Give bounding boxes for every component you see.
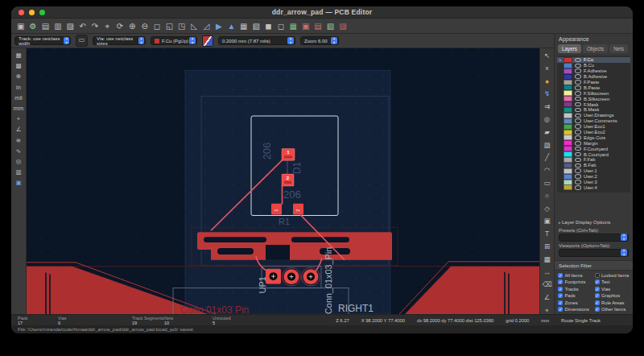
visibility-eye-icon[interactable] bbox=[575, 74, 581, 79]
visibility-eye-icon[interactable] bbox=[575, 180, 581, 184]
zoom-window-button[interactable] bbox=[39, 10, 45, 15]
footprint-editor-icon[interactable]: ▣ bbox=[299, 20, 312, 32]
filter-text[interactable]: Text bbox=[595, 279, 630, 284]
filter-footprints[interactable]: Footprints bbox=[558, 279, 593, 284]
connector-copper-zone[interactable] bbox=[197, 232, 392, 260]
via-size-dropdown[interactable]: Via: use netclass sizes ▴▾ bbox=[93, 36, 146, 45]
visibility-eye-icon[interactable] bbox=[575, 158, 581, 163]
visibility-eye-icon[interactable] bbox=[575, 102, 581, 107]
redo-icon[interactable]: ↷ bbox=[89, 20, 101, 32]
layer-color-swatch[interactable] bbox=[564, 68, 572, 74]
save-icon[interactable]: ▣ bbox=[14, 20, 27, 32]
track-width-dropdown[interactable]: Track: use netclass width ▴▾ bbox=[14, 36, 71, 45]
layer-pair-toggle-button[interactable] bbox=[202, 35, 213, 47]
layer-display-options-toggle[interactable]: Layer Display Options bbox=[555, 216, 633, 226]
grid-overrides-icon[interactable]: ▩ bbox=[13, 60, 25, 71]
layer-row-f-paste[interactable]: ▸ F.Paste bbox=[557, 80, 630, 85]
dim-inactive-layers-icon[interactable]: ▥ bbox=[13, 167, 25, 177]
draw-polygon-icon[interactable]: ◇ bbox=[541, 203, 553, 216]
visibility-eye-icon[interactable] bbox=[575, 108, 581, 113]
board-setup-icon[interactable]: ⚙ bbox=[27, 20, 39, 32]
update-pcb-from-schematic-icon[interactable]: ▦ bbox=[287, 20, 299, 32]
add-zone-icon[interactable]: ▰ bbox=[541, 126, 553, 139]
pcb-canvas[interactable]: 206 D1 206 R1 bbox=[27, 48, 539, 314]
draw-line-icon[interactable]: ╱ bbox=[541, 151, 553, 164]
layer-row-b-paste[interactable]: ▸ B.Paste bbox=[557, 85, 630, 90]
visibility-eye-icon[interactable] bbox=[575, 85, 581, 90]
add-text-icon[interactable]: T bbox=[541, 228, 553, 241]
layer-row-b-silkscreen[interactable]: ▸ B.Silkscreen bbox=[557, 96, 630, 101]
highlight-net-icon[interactable]: ● bbox=[541, 76, 553, 89]
layer-color-swatch[interactable] bbox=[564, 113, 572, 118]
layer-row-user-4[interactable]: ▸ User.4 bbox=[557, 184, 630, 190]
presets-dropdown[interactable]: ▴▾ bbox=[559, 234, 629, 242]
appearance-manager-icon[interactable]: ▣ bbox=[13, 177, 25, 188]
filter-locked-items[interactable]: Locked Items bbox=[595, 273, 630, 278]
zoom-fit-icon[interactable]: ◻ bbox=[151, 20, 163, 32]
visibility-eye-icon[interactable] bbox=[575, 164, 581, 168]
add-textbox-icon[interactable]: ⊞ bbox=[541, 241, 553, 254]
layer-row-b-adhesive[interactable]: ▸ B.Adhesive bbox=[557, 74, 630, 80]
page-settings-icon[interactable]: ▤ bbox=[39, 20, 52, 32]
draw-rectangle-icon[interactable]: ▭ bbox=[541, 177, 553, 190]
layer-color-swatch[interactable] bbox=[564, 168, 572, 174]
layer-row-b-courtyard[interactable]: ▸ B.Courtyard bbox=[557, 151, 630, 157]
layer-color-swatch[interactable] bbox=[564, 74, 572, 80]
filter-all-items[interactable]: All Items bbox=[558, 273, 593, 278]
layer-color-swatch[interactable] bbox=[564, 174, 572, 180]
visibility-eye-icon[interactable] bbox=[575, 118, 581, 123]
layer-row-b-fab[interactable]: ▸ B.Fab bbox=[557, 163, 630, 168]
visibility-eye-icon[interactable] bbox=[575, 91, 581, 96]
delete-tool-icon[interactable]: ⌫ bbox=[541, 279, 553, 292]
visibility-eye-icon[interactable] bbox=[575, 124, 581, 129]
layer-row-f-adhesive[interactable]: ▸ F.Adhesive bbox=[557, 68, 630, 74]
tab-objects[interactable]: Objects bbox=[583, 44, 608, 53]
visibility-eye-icon[interactable] bbox=[575, 152, 581, 157]
layer-row-f-courtyard[interactable]: ▸ F.Courtyard bbox=[557, 146, 630, 151]
measure-tool-icon[interactable]: ∠ bbox=[541, 292, 553, 304]
layer-color-swatch[interactable] bbox=[564, 163, 572, 168]
plot-icon[interactable]: ▨ bbox=[64, 20, 76, 32]
limit-45-degree-icon[interactable]: ∠ bbox=[13, 124, 25, 135]
layer-row-user-eco1[interactable]: ▸ User.Eco1 bbox=[557, 124, 630, 130]
layer-row-user-comments[interactable]: ▸ User.Comments bbox=[557, 118, 630, 124]
visibility-eye-icon[interactable] bbox=[575, 114, 581, 118]
next-marker-icon[interactable]: ▶ bbox=[213, 20, 225, 32]
zoom-dropdown[interactable]: Zoom 6.00 ▴▾ bbox=[300, 36, 339, 45]
route-track-icon[interactable]: ↯ bbox=[541, 88, 553, 101]
draw-circle-icon[interactable]: ○ bbox=[541, 190, 553, 203]
minimize-window-button[interactable] bbox=[29, 10, 35, 15]
filter-other-items[interactable]: Other Items bbox=[595, 307, 630, 312]
filter-dimensions[interactable]: Dimensions bbox=[558, 307, 593, 312]
tab-layers[interactable]: Layers bbox=[558, 44, 581, 53]
group-icon[interactable]: ▦ bbox=[237, 20, 250, 32]
layer-color-swatch[interactable] bbox=[564, 124, 572, 130]
r1-pad-1[interactable] bbox=[271, 204, 282, 215]
layer-row-f-cu[interactable]: ▸ F.Cu bbox=[557, 57, 630, 63]
print-icon[interactable]: ▥ bbox=[52, 20, 64, 32]
layer-row-f-mask[interactable]: ▸ F.Mask bbox=[557, 101, 630, 107]
grid-size-dropdown[interactable]: 0.2000 mm (7.87 mils) ▴▾ bbox=[218, 36, 295, 45]
layer-row-user-1[interactable]: ▸ User.1 bbox=[557, 168, 630, 174]
local-ratsnest-icon[interactable]: × bbox=[541, 63, 553, 76]
units-inches-icon[interactable]: in bbox=[13, 82, 25, 93]
layer-color-swatch[interactable] bbox=[564, 107, 572, 113]
zoom-selection-icon[interactable]: ◳ bbox=[175, 20, 188, 32]
visibility-eye-icon[interactable] bbox=[575, 141, 581, 146]
route-diff-pair-icon[interactable]: ⇉ bbox=[541, 101, 553, 114]
zoom-out-icon[interactable]: ⊖ bbox=[138, 20, 151, 32]
filter-pads[interactable]: Pads bbox=[558, 293, 593, 298]
layer-row-f-fab[interactable]: ▸ F.Fab bbox=[557, 157, 630, 163]
visibility-eye-icon[interactable] bbox=[575, 135, 581, 140]
layer-row-b-cu[interactable]: ▸ B.Cu bbox=[557, 63, 630, 68]
add-table-icon[interactable]: ▦ bbox=[541, 254, 553, 267]
units-mils-icon[interactable]: mil bbox=[13, 93, 25, 103]
filter-graphics[interactable]: Graphics bbox=[595, 293, 630, 298]
ratsnest-visibility-icon[interactable]: ≋ bbox=[13, 135, 25, 146]
flip-board-view-icon[interactable]: ▲ bbox=[225, 20, 237, 32]
tab-nets[interactable]: Nets bbox=[609, 44, 628, 53]
pan-left-icon[interactable]: ◺ bbox=[188, 20, 200, 32]
visibility-eye-icon[interactable] bbox=[575, 68, 581, 73]
polar-coordinates-icon[interactable]: ⊕ bbox=[13, 71, 25, 81]
active-layer-dropdown[interactable]: F.Cu (PgUp) ▴▾ bbox=[151, 36, 197, 45]
